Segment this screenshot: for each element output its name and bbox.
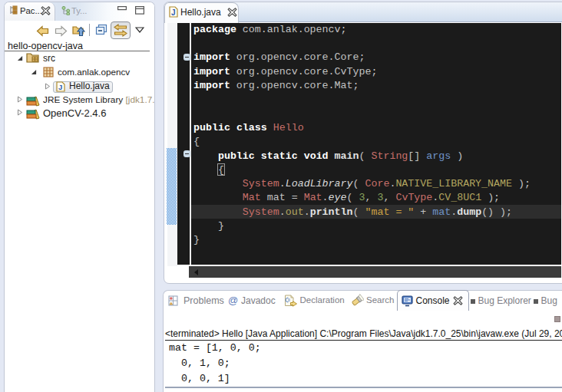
svg-text:J: J — [171, 8, 176, 17]
svg-text:J: J — [58, 83, 62, 91]
